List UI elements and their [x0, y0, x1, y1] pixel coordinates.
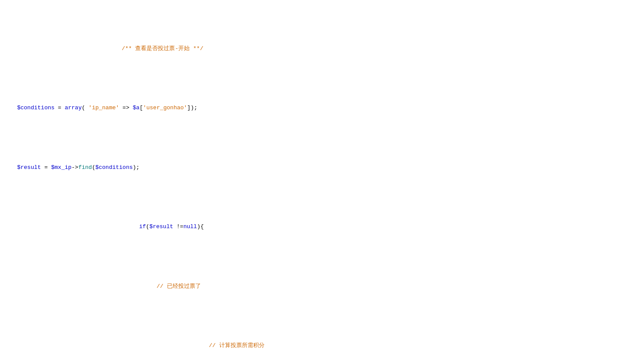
code-line: // 已经投过票了	[3, 273, 629, 299]
code-editor: /** 查看是否投过票-开始 **/ $conditions = array( …	[0, 0, 629, 364]
code-line: if($result !=null){	[3, 214, 629, 240]
code-line: // 计算投票所需积分	[3, 333, 629, 359]
code-line: $conditions = array( 'ip_name' => $a['us…	[3, 95, 629, 121]
code-line: $result = $mx_ip->find($conditions);	[3, 155, 629, 180]
code-line: /** 查看是否投过票-开始 **/	[3, 36, 629, 61]
